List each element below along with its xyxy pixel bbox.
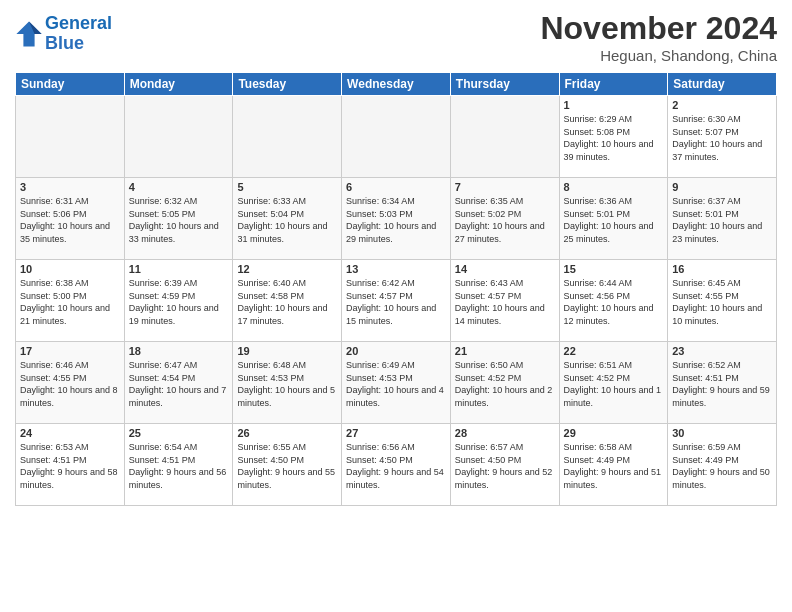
calendar-cell-w1-d2: 5Sunrise: 6:33 AM Sunset: 5:04 PM Daylig… (233, 178, 342, 260)
day-number: 6 (346, 181, 446, 193)
day-info: Sunrise: 6:46 AM Sunset: 4:55 PM Dayligh… (20, 359, 120, 409)
week-row-3: 17Sunrise: 6:46 AM Sunset: 4:55 PM Dayli… (16, 342, 777, 424)
day-number: 12 (237, 263, 337, 275)
header-tuesday: Tuesday (233, 73, 342, 96)
day-number: 1 (564, 99, 664, 111)
day-info: Sunrise: 6:43 AM Sunset: 4:57 PM Dayligh… (455, 277, 555, 327)
day-info: Sunrise: 6:42 AM Sunset: 4:57 PM Dayligh… (346, 277, 446, 327)
calendar: Sunday Monday Tuesday Wednesday Thursday… (15, 72, 777, 506)
calendar-cell-w1-d6: 9Sunrise: 6:37 AM Sunset: 5:01 PM Daylig… (668, 178, 777, 260)
calendar-cell-w1-d0: 3Sunrise: 6:31 AM Sunset: 5:06 PM Daylig… (16, 178, 125, 260)
day-info: Sunrise: 6:59 AM Sunset: 4:49 PM Dayligh… (672, 441, 772, 491)
day-info: Sunrise: 6:38 AM Sunset: 5:00 PM Dayligh… (20, 277, 120, 327)
header-wednesday: Wednesday (342, 73, 451, 96)
calendar-cell-w3-d2: 19Sunrise: 6:48 AM Sunset: 4:53 PM Dayli… (233, 342, 342, 424)
calendar-cell-w3-d5: 22Sunrise: 6:51 AM Sunset: 4:52 PM Dayli… (559, 342, 668, 424)
day-info: Sunrise: 6:58 AM Sunset: 4:49 PM Dayligh… (564, 441, 664, 491)
calendar-cell-w4-d5: 29Sunrise: 6:58 AM Sunset: 4:49 PM Dayli… (559, 424, 668, 506)
header-sunday: Sunday (16, 73, 125, 96)
calendar-cell-w4-d0: 24Sunrise: 6:53 AM Sunset: 4:51 PM Dayli… (16, 424, 125, 506)
calendar-cell-w3-d3: 20Sunrise: 6:49 AM Sunset: 4:53 PM Dayli… (342, 342, 451, 424)
calendar-cell-w4-d6: 30Sunrise: 6:59 AM Sunset: 4:49 PM Dayli… (668, 424, 777, 506)
day-info: Sunrise: 6:47 AM Sunset: 4:54 PM Dayligh… (129, 359, 229, 409)
day-number: 10 (20, 263, 120, 275)
day-info: Sunrise: 6:54 AM Sunset: 4:51 PM Dayligh… (129, 441, 229, 491)
calendar-cell-w2-d6: 16Sunrise: 6:45 AM Sunset: 4:55 PM Dayli… (668, 260, 777, 342)
calendar-cell-w1-d1: 4Sunrise: 6:32 AM Sunset: 5:05 PM Daylig… (124, 178, 233, 260)
week-row-4: 24Sunrise: 6:53 AM Sunset: 4:51 PM Dayli… (16, 424, 777, 506)
day-number: 18 (129, 345, 229, 357)
day-info: Sunrise: 6:32 AM Sunset: 5:05 PM Dayligh… (129, 195, 229, 245)
calendar-cell-w0-d0 (16, 96, 125, 178)
day-number: 28 (455, 427, 555, 439)
week-row-0: 1Sunrise: 6:29 AM Sunset: 5:08 PM Daylig… (16, 96, 777, 178)
calendar-cell-w2-d5: 15Sunrise: 6:44 AM Sunset: 4:56 PM Dayli… (559, 260, 668, 342)
day-info: Sunrise: 6:57 AM Sunset: 4:50 PM Dayligh… (455, 441, 555, 491)
day-number: 2 (672, 99, 772, 111)
logo-icon (15, 20, 43, 48)
calendar-cell-w1-d4: 7Sunrise: 6:35 AM Sunset: 5:02 PM Daylig… (450, 178, 559, 260)
header: General Blue November 2024 Heguan, Shand… (15, 10, 777, 64)
day-info: Sunrise: 6:34 AM Sunset: 5:03 PM Dayligh… (346, 195, 446, 245)
day-number: 9 (672, 181, 772, 193)
calendar-cell-w2-d3: 13Sunrise: 6:42 AM Sunset: 4:57 PM Dayli… (342, 260, 451, 342)
day-number: 16 (672, 263, 772, 275)
logo-text: General Blue (45, 14, 112, 54)
weekday-header-row: Sunday Monday Tuesday Wednesday Thursday… (16, 73, 777, 96)
calendar-cell-w0-d2 (233, 96, 342, 178)
location: Heguan, Shandong, China (540, 47, 777, 64)
day-number: 5 (237, 181, 337, 193)
calendar-cell-w0-d5: 1Sunrise: 6:29 AM Sunset: 5:08 PM Daylig… (559, 96, 668, 178)
calendar-cell-w0-d1 (124, 96, 233, 178)
day-info: Sunrise: 6:52 AM Sunset: 4:51 PM Dayligh… (672, 359, 772, 409)
calendar-cell-w1-d3: 6Sunrise: 6:34 AM Sunset: 5:03 PM Daylig… (342, 178, 451, 260)
calendar-cell-w0-d4 (450, 96, 559, 178)
day-number: 7 (455, 181, 555, 193)
calendar-cell-w4-d4: 28Sunrise: 6:57 AM Sunset: 4:50 PM Dayli… (450, 424, 559, 506)
day-info: Sunrise: 6:49 AM Sunset: 4:53 PM Dayligh… (346, 359, 446, 409)
calendar-cell-w2-d1: 11Sunrise: 6:39 AM Sunset: 4:59 PM Dayli… (124, 260, 233, 342)
month-title: November 2024 (540, 10, 777, 47)
day-number: 24 (20, 427, 120, 439)
header-monday: Monday (124, 73, 233, 96)
calendar-cell-w3-d1: 18Sunrise: 6:47 AM Sunset: 4:54 PM Dayli… (124, 342, 233, 424)
day-info: Sunrise: 6:29 AM Sunset: 5:08 PM Dayligh… (564, 113, 664, 163)
logo-line1: General (45, 13, 112, 33)
calendar-cell-w2-d0: 10Sunrise: 6:38 AM Sunset: 5:00 PM Dayli… (16, 260, 125, 342)
day-number: 25 (129, 427, 229, 439)
day-number: 27 (346, 427, 446, 439)
header-saturday: Saturday (668, 73, 777, 96)
logo-line2: Blue (45, 33, 84, 53)
day-number: 19 (237, 345, 337, 357)
day-number: 4 (129, 181, 229, 193)
day-number: 21 (455, 345, 555, 357)
day-info: Sunrise: 6:31 AM Sunset: 5:06 PM Dayligh… (20, 195, 120, 245)
header-friday: Friday (559, 73, 668, 96)
day-info: Sunrise: 6:36 AM Sunset: 5:01 PM Dayligh… (564, 195, 664, 245)
logo: General Blue (15, 14, 112, 54)
calendar-cell-w0-d3 (342, 96, 451, 178)
day-info: Sunrise: 6:48 AM Sunset: 4:53 PM Dayligh… (237, 359, 337, 409)
day-number: 3 (20, 181, 120, 193)
calendar-cell-w3-d6: 23Sunrise: 6:52 AM Sunset: 4:51 PM Dayli… (668, 342, 777, 424)
header-thursday: Thursday (450, 73, 559, 96)
day-info: Sunrise: 6:50 AM Sunset: 4:52 PM Dayligh… (455, 359, 555, 409)
day-info: Sunrise: 6:37 AM Sunset: 5:01 PM Dayligh… (672, 195, 772, 245)
calendar-cell-w1-d5: 8Sunrise: 6:36 AM Sunset: 5:01 PM Daylig… (559, 178, 668, 260)
title-block: November 2024 Heguan, Shandong, China (540, 10, 777, 64)
day-info: Sunrise: 6:45 AM Sunset: 4:55 PM Dayligh… (672, 277, 772, 327)
week-row-1: 3Sunrise: 6:31 AM Sunset: 5:06 PM Daylig… (16, 178, 777, 260)
day-info: Sunrise: 6:33 AM Sunset: 5:04 PM Dayligh… (237, 195, 337, 245)
day-number: 8 (564, 181, 664, 193)
calendar-cell-w4-d2: 26Sunrise: 6:55 AM Sunset: 4:50 PM Dayli… (233, 424, 342, 506)
calendar-cell-w3-d0: 17Sunrise: 6:46 AM Sunset: 4:55 PM Dayli… (16, 342, 125, 424)
calendar-cell-w3-d4: 21Sunrise: 6:50 AM Sunset: 4:52 PM Dayli… (450, 342, 559, 424)
calendar-cell-w2-d4: 14Sunrise: 6:43 AM Sunset: 4:57 PM Dayli… (450, 260, 559, 342)
day-info: Sunrise: 6:35 AM Sunset: 5:02 PM Dayligh… (455, 195, 555, 245)
day-number: 22 (564, 345, 664, 357)
page: General Blue November 2024 Heguan, Shand… (0, 0, 792, 612)
day-number: 23 (672, 345, 772, 357)
day-info: Sunrise: 6:55 AM Sunset: 4:50 PM Dayligh… (237, 441, 337, 491)
calendar-cell-w0-d6: 2Sunrise: 6:30 AM Sunset: 5:07 PM Daylig… (668, 96, 777, 178)
calendar-cell-w4-d1: 25Sunrise: 6:54 AM Sunset: 4:51 PM Dayli… (124, 424, 233, 506)
